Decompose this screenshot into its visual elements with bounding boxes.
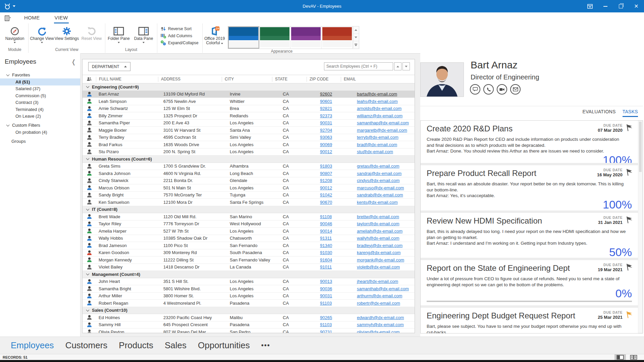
zip-link[interactable]: 90031	[320, 293, 332, 298]
zip-link[interactable]: 90012	[320, 185, 332, 190]
chat-button[interactable]	[470, 84, 480, 95]
sidebar-filter-item[interactable]: Terminated (4)	[0, 106, 80, 113]
reading-pane-view-button[interactable]	[614, 354, 626, 360]
sidebar-section-header[interactable]: Custom Filters	[0, 122, 80, 129]
reverse-sort-button[interactable]: Reverse Sort	[160, 26, 199, 32]
gallery-scroll-down-button[interactable]	[353, 34, 359, 41]
email-link[interactable]: terryb@dx-email.com	[357, 135, 398, 140]
table-row[interactable]: Olivia Peyton 807 W Paseo Del Mar San Pe…	[83, 328, 415, 333]
card-view-button[interactable]	[628, 354, 639, 360]
search-input[interactable]	[324, 62, 393, 70]
email-link[interactable]: williamz@dx-email.com	[357, 113, 402, 118]
table-row[interactable]: Samantha Bright 5801 Wilshire Blvd. Los …	[83, 285, 415, 293]
email-link[interactable]: gretas@dx-email.com	[357, 164, 399, 169]
tab-evaluations[interactable]: EVALUATIONS	[582, 109, 615, 117]
zip-link[interactable]: 91011	[320, 264, 332, 269]
tasks-scrollbar[interactable]	[638, 121, 642, 333]
column-header-city[interactable]: CITY	[222, 77, 272, 82]
table-row[interactable]: Wally Hobbs 10385 Shadow Oak Dr Chatswor…	[83, 235, 415, 242]
module-nav-item[interactable]: Products	[119, 340, 153, 351]
add-columns-button[interactable]: Add Columns	[160, 33, 199, 39]
zip-link[interactable]: 91803	[320, 164, 332, 169]
flag-icon[interactable]	[625, 168, 633, 177]
flag-icon[interactable]	[625, 310, 633, 319]
email-link[interactable]: kents@dx-email.com	[357, 200, 398, 205]
zip-link[interactable]: 90013	[320, 279, 332, 284]
email-link[interactable]: arthurm@dx-email.com	[357, 293, 402, 298]
table-row[interactable]: Morgan Kennedy 11222 Dilling St San Fern…	[83, 256, 415, 264]
table-row[interactable]: Brad Jameson 1100 Pico St San Fernando C…	[83, 242, 415, 249]
sidebar-filter-item[interactable]: Contract (3)	[0, 99, 80, 106]
search-next-button[interactable]	[402, 62, 410, 70]
zip-link[interactable]: 90036	[320, 286, 332, 291]
module-nav-item[interactable]: Customers	[65, 340, 108, 351]
zip-link[interactable]: 90069	[320, 142, 332, 147]
call-button[interactable]	[483, 84, 494, 95]
table-row[interactable]: Leah Simpson 6755 Newlin Ave Whittier CA…	[83, 98, 415, 105]
sidebar-filter-item[interactable]: On probation (4)	[0, 129, 80, 136]
email-link[interactable]: edwardh@dx-email.com	[357, 315, 404, 320]
sidebar-filter-item[interactable]: On Leave (2)	[0, 113, 80, 120]
gallery-expand-button[interactable]	[353, 41, 359, 48]
table-row[interactable]: Maggie Boxter 3101 W Harvard St Santa An…	[83, 127, 415, 134]
sidebar-item-groups[interactable]: Groups	[0, 138, 80, 145]
table-row[interactable]: Greta Sims 1700 S Grandview Dr. Alhambra…	[83, 163, 415, 170]
zip-link[interactable]: 90731	[320, 329, 332, 333]
email-link[interactable]: taylorr@dx-email.com	[357, 221, 399, 226]
email-link[interactable]: barta@dx-email.com	[357, 92, 397, 97]
group-row[interactable]: Sales (Count=10)	[83, 307, 415, 314]
zip-link[interactable]: 90031	[320, 120, 332, 125]
email-link[interactable]: samanthap@dx-email.com	[357, 120, 409, 125]
zip-link[interactable]: 91604	[320, 257, 332, 262]
theme-swatch[interactable]	[290, 26, 322, 49]
table-row[interactable]: Brad Farkus 1635 Woods Drive Los Angeles…	[83, 141, 415, 148]
column-header-zip-code[interactable]: ZIP CODE	[307, 77, 341, 82]
expand-collapse-button[interactable]: Expand/Collapse	[160, 40, 199, 46]
collapse-sidebar-button[interactable]: ❮	[72, 58, 75, 65]
table-row[interactable]: Sammy Hill 645 Prospect Crescent Pasaden…	[83, 321, 415, 329]
flag-icon[interactable]	[625, 216, 633, 224]
zip-link[interactable]: 90046	[320, 221, 332, 226]
email-link[interactable]: olivian@dx-email.com	[357, 329, 399, 333]
email-link[interactable]: bradleyj@dx-email.com	[357, 243, 402, 248]
column-header-state[interactable]: STATE	[272, 77, 307, 82]
zip-link[interactable]: 92821	[320, 106, 332, 111]
email-link[interactable]: violetb@dx-email.com	[357, 264, 400, 269]
email-link[interactable]: marcuso@dx-email.com	[357, 185, 404, 190]
email-link[interactable]: cindys@dx-email.com	[357, 178, 399, 183]
zip-link[interactable]: 91030	[320, 250, 332, 255]
zip-link[interactable]: 91103	[320, 322, 332, 327]
change-view-button[interactable]: Change View	[30, 25, 54, 47]
email-link[interactable]: kareng@dx-email.com	[357, 250, 400, 255]
module-nav-item[interactable]: Opportunities	[198, 340, 250, 351]
app-menu-button[interactable]	[3, 14, 12, 22]
person-column-header[interactable]	[83, 77, 96, 82]
view-settings-button[interactable]: View Settings	[54, 25, 79, 47]
table-row[interactable]: Cindy Stanwick 2211 Bonita Dr. Glendale …	[83, 177, 415, 185]
folder-pane-button[interactable]: Folder Pane	[106, 25, 131, 47]
email-link[interactable]: ameliah@dx-email.com	[357, 229, 402, 234]
tab-home[interactable]: HOME	[23, 13, 41, 23]
zip-link[interactable]: 90601	[320, 99, 332, 104]
column-header-email[interactable]: EMAIL	[341, 77, 415, 82]
zip-link[interactable]: 90670	[320, 200, 332, 205]
theme-swatch[interactable]	[259, 26, 290, 49]
email-link[interactable]: margaretb@dx-email.com	[357, 128, 407, 133]
navigation-button[interactable]: Navigation	[2, 25, 27, 47]
table-row[interactable]: Taylor Riley 7776 Torreyson Dr West Holl…	[83, 221, 415, 228]
table-row[interactable]: Karen Goodson 309 Monterey Rd South Pasa…	[83, 249, 415, 257]
zip-link[interactable]: 93063	[320, 135, 332, 140]
zip-link[interactable]: 91042	[320, 192, 332, 197]
email-link[interactable]: sandrab@dx-email.com	[357, 192, 403, 197]
zip-link[interactable]: 91340	[320, 243, 332, 248]
flag-icon[interactable]	[625, 123, 633, 132]
theme-swatch[interactable]	[322, 26, 353, 49]
email-link[interactable]: leahs@dx-email.com	[357, 99, 398, 104]
group-row[interactable]: Management (Count=4)	[83, 271, 415, 278]
table-row[interactable]: Robert Reagan 4 Westmoreland Pl. Pasaden…	[83, 300, 415, 307]
table-row[interactable]: Sandra Johnson 4600 N Virginia Rd. Long …	[83, 170, 415, 177]
zip-link[interactable]: 90012	[320, 149, 332, 154]
office-theme-button[interactable]: 19 Office 2019 Colorful	[204, 25, 226, 49]
zip-link[interactable]: 92373	[320, 113, 332, 118]
zip-link[interactable]: 91311	[320, 236, 332, 241]
